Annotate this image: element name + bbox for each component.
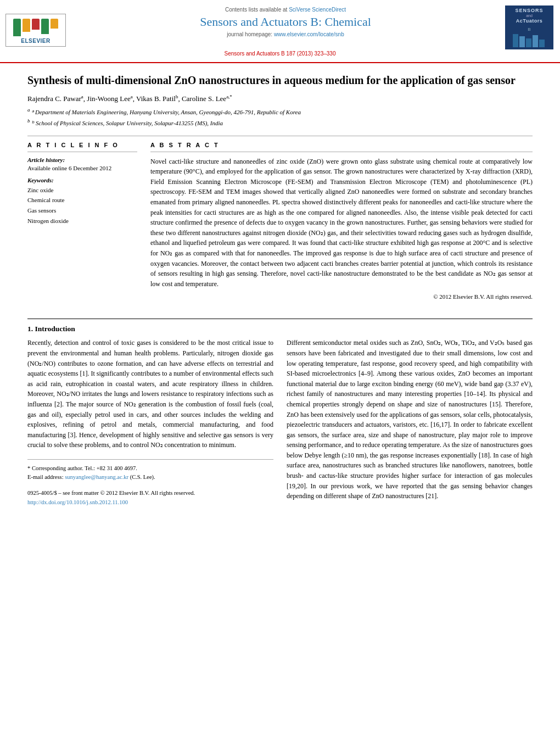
journal-header: ELSEVIER Contents lists available at Sci… bbox=[0, 0, 560, 63]
sensors-logo-sensors: SENSORS bbox=[515, 8, 543, 13]
keywords-section: Keywords: Zinc oxide Chemical route Gas … bbox=[27, 177, 137, 226]
authors-line: Rajendra C. Pawara, Jin-Woong Leea, Vika… bbox=[27, 94, 533, 103]
bottom-note: 0925-4005/$ – see front matter © 2012 El… bbox=[27, 489, 273, 507]
affil-a: a ᵃ Department of Materials Engineering,… bbox=[27, 107, 533, 116]
affil-b: b ᵇ School of Physical Sciences, Solapur… bbox=[27, 118, 533, 127]
journal-ref: Sensors and Actuators B 187 (2013) 323–3… bbox=[0, 49, 560, 59]
article-body: Synthesis of multi-dimensional ZnO nanos… bbox=[0, 63, 560, 311]
section1-heading: 1. Introduction bbox=[27, 325, 533, 333]
journal-title: Sensors and Actuators B: Chemical bbox=[71, 15, 500, 29]
sensors-logo-b: B bbox=[528, 27, 530, 32]
footnote-email: E-mail address: sunyanglee@hanyang.ac.kr… bbox=[27, 473, 273, 482]
intro-para1: Recently, detection and control of toxic… bbox=[27, 338, 273, 450]
sensors-actuators-logo: SENSORS and AcTuators B bbox=[505, 4, 555, 49]
keyword-2: Chemical route bbox=[27, 195, 137, 205]
issn-line: 0925-4005/$ – see front matter © 2012 El… bbox=[27, 489, 273, 498]
elsevier-logo: ELSEVIER bbox=[5, 4, 66, 49]
header-center: Contents lists available at SciVerse Sci… bbox=[66, 4, 505, 49]
elsevier-text: ELSEVIER bbox=[21, 38, 50, 44]
keyword-1: Zinc oxide bbox=[27, 185, 137, 196]
homepage-line: journal homepage: www.elsevier.com/locat… bbox=[71, 31, 500, 37]
doi-link[interactable]: http://dx.doi.org/10.1016/j.snb.2012.11.… bbox=[27, 499, 128, 505]
intro-col1: Recently, detection and control of toxic… bbox=[27, 338, 273, 507]
main-content: 1. Introduction Recently, detection and … bbox=[0, 319, 560, 518]
sensors-logo-and: and bbox=[526, 14, 533, 18]
article-title: Synthesis of multi-dimensional ZnO nanos… bbox=[27, 73, 533, 87]
doi-line: http://dx.doi.org/10.1016/j.snb.2012.11.… bbox=[27, 498, 273, 507]
abstract-label: A B S T R A C T bbox=[150, 142, 533, 148]
history-title: Article history: bbox=[27, 157, 137, 163]
affiliations: a ᵃ Department of Materials Engineering,… bbox=[27, 107, 533, 127]
intro-two-col: Recently, detection and control of toxic… bbox=[27, 338, 533, 507]
homepage-link[interactable]: www.elsevier.com/locate/snb bbox=[274, 31, 344, 37]
keywords-title: Keywords: bbox=[27, 177, 137, 183]
sciverse-link[interactable]: SciVerse ScienceDirect bbox=[289, 7, 346, 13]
abstract-col: A B S T R A C T Novel cacti-like structu… bbox=[150, 142, 533, 300]
footnote-section: * Corresponding author. Tel.: +82 31 400… bbox=[27, 459, 273, 482]
intro-para2: Different semiconductor metal oxides suc… bbox=[287, 338, 533, 501]
intro-col2: Different semiconductor metal oxides suc… bbox=[287, 338, 533, 507]
keyword-3: Gas sensors bbox=[27, 205, 137, 216]
sciverse-line: Contents lists available at SciVerse Sci… bbox=[71, 7, 500, 13]
article-info-label: A R T I C L E I N F O bbox=[27, 142, 137, 148]
article-history: Article history: Available online 6 Dece… bbox=[27, 157, 137, 171]
sensors-logo-actuators: AcTuators bbox=[516, 18, 542, 24]
footnote-star: * Corresponding author. Tel.: +82 31 400… bbox=[27, 464, 273, 473]
keyword-4: Nitrogen dioxide bbox=[27, 216, 137, 226]
keywords-list: Zinc oxide Chemical route Gas sensors Ni… bbox=[27, 185, 137, 226]
article-info-col: A R T I C L E I N F O Article history: A… bbox=[27, 142, 137, 300]
info-abstract-section: A R T I C L E I N F O Article history: A… bbox=[27, 142, 533, 300]
abstract-text: Novel cacti-like structure and nanoneedl… bbox=[150, 157, 533, 289]
copyright-line: © 2012 Elsevier B.V. All rights reserved… bbox=[150, 293, 533, 300]
history-text: Available online 6 December 2012 bbox=[27, 165, 137, 171]
footnote-email-link[interactable]: sunyanglee@hanyang.ac.kr bbox=[65, 474, 128, 480]
page: ELSEVIER Contents lists available at Sci… bbox=[0, 0, 560, 742]
